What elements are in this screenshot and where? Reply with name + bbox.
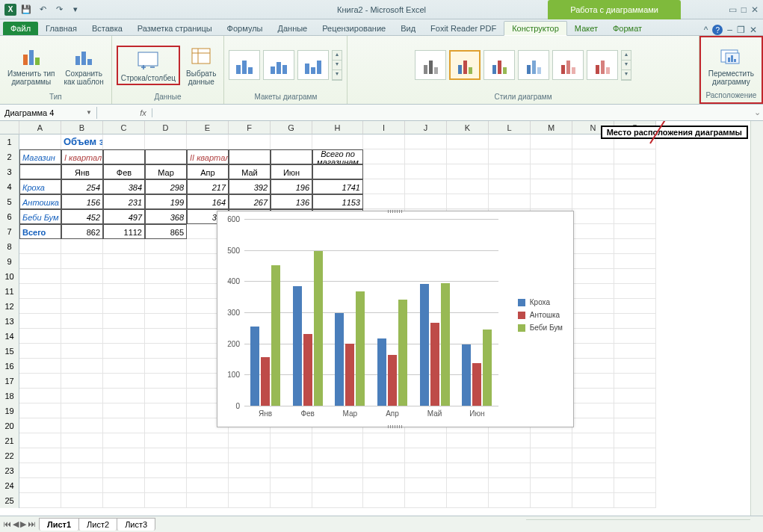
legend-item[interactable]: Антошка xyxy=(518,311,563,319)
row-header[interactable]: 13 xyxy=(0,314,19,329)
cell[interactable] xyxy=(614,433,656,448)
cell[interactable] xyxy=(103,314,145,329)
column-header[interactable]: K xyxy=(447,121,489,134)
cell[interactable] xyxy=(145,448,187,463)
row-header[interactable]: 15 xyxy=(0,344,19,359)
chart-bar[interactable] xyxy=(261,357,270,406)
row-header[interactable]: 2 xyxy=(0,149,19,164)
cell[interactable] xyxy=(145,314,187,329)
cell[interactable] xyxy=(312,478,363,493)
cell[interactable] xyxy=(61,359,103,374)
cell[interactable] xyxy=(271,134,312,149)
cell[interactable] xyxy=(614,224,656,239)
minimize-ribbon-icon[interactable]: ^ xyxy=(704,25,708,35)
move-chart-button[interactable]: Переместить диаграмму xyxy=(705,43,757,87)
cell[interactable] xyxy=(103,418,145,433)
layout-item[interactable] xyxy=(297,50,329,80)
cell[interactable] xyxy=(572,179,614,194)
cell[interactable] xyxy=(531,463,572,478)
cell[interactable]: 368 xyxy=(145,209,187,224)
cell[interactable] xyxy=(61,329,103,344)
cell[interactable]: Апр xyxy=(187,164,229,179)
cell[interactable] xyxy=(103,389,145,403)
cell[interactable] xyxy=(61,493,103,508)
tab-insert[interactable]: Вставка xyxy=(84,22,130,35)
cell[interactable] xyxy=(229,493,271,508)
cell[interactable] xyxy=(405,463,447,478)
cell[interactable] xyxy=(271,149,312,164)
cell[interactable] xyxy=(103,359,145,374)
close-icon[interactable]: ✕ xyxy=(751,4,759,15)
undo-icon[interactable]: ↶ xyxy=(36,3,49,16)
cell[interactable] xyxy=(61,299,103,314)
row-header[interactable]: 4 xyxy=(0,179,19,194)
cell[interactable] xyxy=(61,239,103,254)
cell[interactable] xyxy=(531,149,572,164)
chart-bar[interactable] xyxy=(398,300,407,406)
cell[interactable]: 156 xyxy=(61,194,103,209)
cell[interactable] xyxy=(271,463,312,478)
tab-foxit[interactable]: Foxit Reader PDF xyxy=(423,22,504,35)
cell[interactable] xyxy=(312,463,363,478)
cell[interactable] xyxy=(363,448,405,463)
horizontal-scrollbar[interactable] xyxy=(526,519,750,532)
cell[interactable] xyxy=(103,254,145,269)
cell[interactable] xyxy=(363,433,405,448)
cell[interactable] xyxy=(61,403,103,418)
chart-resize-handle[interactable] xyxy=(388,425,403,428)
cell[interactable] xyxy=(614,284,656,299)
row-header[interactable]: 17 xyxy=(0,374,19,389)
column-header[interactable]: M xyxy=(531,121,572,134)
switch-row-column-button[interactable]: Строка/столбец xyxy=(117,46,180,85)
cell[interactable]: Магазин xyxy=(19,149,61,164)
cell[interactable]: 267 xyxy=(229,194,271,209)
cell[interactable] xyxy=(19,433,61,448)
cell[interactable] xyxy=(614,239,656,254)
vertical-scrollbar[interactable] xyxy=(750,121,763,517)
chart-bar[interactable] xyxy=(472,363,481,406)
cell[interactable] xyxy=(61,269,103,284)
cell[interactable] xyxy=(614,254,656,269)
row-header[interactable]: 22 xyxy=(0,448,19,463)
chart-bar[interactable] xyxy=(420,284,429,406)
cell[interactable] xyxy=(405,448,447,463)
cell[interactable]: Объем закупок по магазинам xyxy=(61,134,103,149)
cell[interactable] xyxy=(614,164,656,179)
cell[interactable] xyxy=(447,164,489,179)
cell[interactable] xyxy=(405,493,447,508)
cell[interactable] xyxy=(103,239,145,254)
cell[interactable]: 254 xyxy=(61,179,103,194)
cell[interactable] xyxy=(103,374,145,389)
cell[interactable] xyxy=(614,493,656,508)
cell[interactable]: Всего xyxy=(19,224,61,239)
chart-bar[interactable] xyxy=(388,355,397,406)
cell[interactable] xyxy=(614,478,656,493)
cell[interactable] xyxy=(614,359,656,374)
cell[interactable] xyxy=(145,284,187,299)
cell[interactable] xyxy=(187,448,229,463)
column-header[interactable]: H xyxy=(312,121,363,134)
column-header[interactable]: J xyxy=(405,121,447,134)
cell[interactable]: Антошка xyxy=(19,194,61,209)
cell[interactable] xyxy=(312,433,363,448)
tab-review[interactable]: Рецензирование xyxy=(315,22,393,35)
cell[interactable] xyxy=(447,463,489,478)
row-header[interactable]: 7 xyxy=(0,224,19,239)
row-header[interactable]: 10 xyxy=(0,269,19,284)
cell[interactable] xyxy=(531,448,572,463)
cell[interactable] xyxy=(614,448,656,463)
cell[interactable] xyxy=(103,433,145,448)
cell[interactable] xyxy=(489,194,531,209)
name-box[interactable]: Диаграмма 4▼ xyxy=(0,107,97,119)
cell[interactable] xyxy=(19,374,61,389)
cell[interactable]: Янв xyxy=(61,164,103,179)
cell[interactable] xyxy=(489,493,531,508)
tab-formulas[interactable]: Формулы xyxy=(220,22,271,35)
help-icon[interactable]: ? xyxy=(712,25,723,35)
cell[interactable] xyxy=(145,493,187,508)
chart-bar[interactable] xyxy=(430,323,439,406)
cell[interactable]: 298 xyxy=(145,179,187,194)
cell[interactable] xyxy=(103,284,145,299)
cell[interactable] xyxy=(19,284,61,299)
cell[interactable] xyxy=(19,478,61,493)
